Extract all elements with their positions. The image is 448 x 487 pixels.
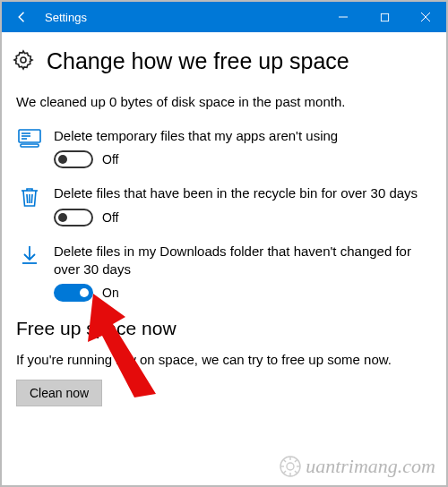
watermark-text: uantrimang.com — [306, 455, 435, 478]
toggle-recycle-bin[interactable] — [54, 209, 93, 226]
clean-now-button[interactable]: Clean now — [16, 380, 102, 406]
monitor-icon — [16, 127, 43, 149]
svg-line-26 — [295, 459, 297, 462]
gear-icon — [13, 49, 34, 74]
toggle-state-text: Off — [102, 152, 118, 167]
back-button[interactable] — [7, 2, 38, 32]
setting-temp-files: Delete temporary files that my apps aren… — [16, 127, 432, 168]
svg-rect-1 — [381, 13, 388, 21]
titlebar: Settings — [2, 2, 446, 32]
minimize-button[interactable] — [323, 2, 364, 32]
svg-line-25 — [283, 471, 286, 474]
svg-point-17 — [280, 457, 300, 476]
download-icon — [16, 243, 43, 266]
svg-point-18 — [287, 463, 294, 470]
free-up-text: If you're running low on space, we can t… — [16, 352, 432, 367]
close-button[interactable] — [405, 2, 446, 32]
toggle-state-text: Off — [102, 210, 118, 225]
toggle-state-text: On — [102, 286, 119, 300]
setting-recycle-bin: Delete files that have been in the recyc… — [16, 184, 432, 226]
page-title: Change how we free up space — [47, 48, 349, 74]
watermark: uantrimang.com — [279, 455, 435, 478]
setting-label: Delete files that have been in the recyc… — [54, 184, 432, 202]
setting-downloads: Delete files in my Downloads folder that… — [16, 243, 432, 303]
setting-label: Delete files in my Downloads folder that… — [54, 243, 432, 279]
toggle-downloads[interactable] — [54, 284, 93, 302]
svg-line-24 — [295, 471, 297, 474]
svg-line-13 — [31, 194, 32, 203]
svg-line-23 — [283, 459, 286, 462]
svg-rect-9 — [21, 144, 39, 147]
trash-icon — [16, 184, 43, 208]
setting-label: Delete temporary files that my apps aren… — [54, 127, 432, 145]
toggle-temp-files[interactable] — [54, 150, 93, 168]
content-area: Change how we free up space We cleaned u… — [2, 32, 446, 406]
window-controls — [323, 2, 446, 32]
summary-text: We cleaned up 0 bytes of disk space in t… — [16, 94, 432, 109]
svg-line-11 — [27, 194, 28, 203]
page-heading-row: Change how we free up space — [16, 48, 432, 74]
maximize-button[interactable] — [364, 2, 405, 32]
free-up-heading: Free up space now — [16, 318, 432, 339]
svg-point-4 — [21, 57, 26, 63]
window-title: Settings — [38, 11, 323, 24]
